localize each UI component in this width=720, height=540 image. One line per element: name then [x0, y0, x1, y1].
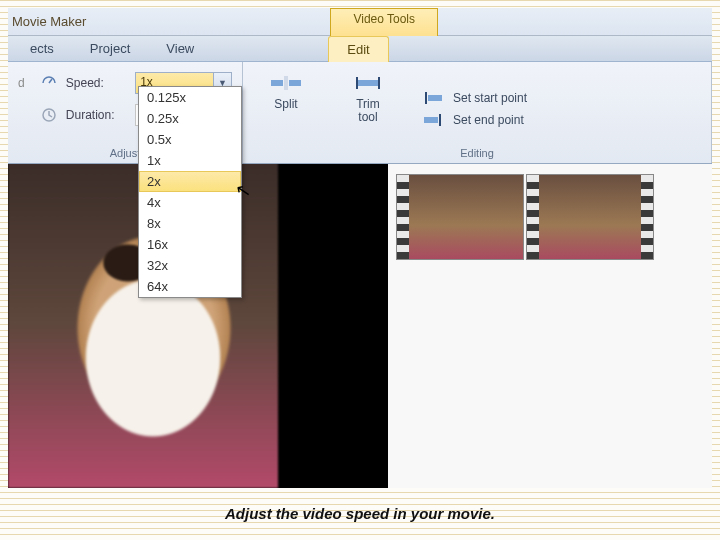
split-icon: [269, 72, 303, 94]
svg-rect-5: [428, 95, 442, 101]
group-editing: Split Trim tool Set start poi: [243, 62, 712, 163]
set-end-label: Set end point: [453, 113, 524, 127]
speed-option[interactable]: 8x: [139, 213, 241, 234]
speed-option[interactable]: 32x: [139, 255, 241, 276]
speed-option[interactable]: 16x: [139, 234, 241, 255]
svg-rect-3: [284, 76, 288, 90]
speed-option[interactable]: 0.5x: [139, 129, 241, 150]
speed-dropdown-list[interactable]: 0.125x0.25x0.5x1x2x4x8x16x32x64x: [138, 86, 242, 298]
set-end-button[interactable]: Set end point: [421, 113, 535, 127]
tab-view[interactable]: View: [148, 36, 212, 61]
trim-label: Trim tool: [356, 98, 380, 124]
timeline[interactable]: [388, 164, 712, 488]
app-screenshot: Movie Maker Video Tools ects Project Vie…: [8, 8, 712, 488]
tab-edit[interactable]: Edit: [328, 36, 388, 62]
split-label: Split: [274, 98, 297, 111]
tab-truncated[interactable]: ects: [12, 36, 72, 61]
speed-option[interactable]: 0.25x: [139, 108, 241, 129]
duration-icon: [40, 106, 58, 124]
title-bar: Movie Maker Video Tools: [8, 8, 712, 36]
timeline-clip[interactable]: [526, 174, 654, 260]
group-adjust: d Speed: 1x ▼: [8, 62, 243, 163]
speed-option[interactable]: 0.125x: [139, 87, 241, 108]
group-label-editing: Editing: [253, 147, 701, 161]
speed-option[interactable]: 2x: [139, 171, 241, 192]
context-tab-video-tools[interactable]: Video Tools: [330, 8, 438, 36]
set-end-icon: [421, 113, 445, 127]
speed-option[interactable]: 64x: [139, 276, 241, 297]
ribbon-tabs: ects Project View Edit: [8, 36, 712, 62]
set-start-icon: [421, 91, 445, 105]
app-title: Movie Maker: [12, 14, 86, 29]
trim-icon: [351, 72, 385, 94]
svg-rect-1: [271, 80, 283, 86]
speed-option[interactable]: 4x: [139, 192, 241, 213]
set-start-button[interactable]: Set start point: [421, 91, 535, 105]
speed-option[interactable]: 1x: [139, 150, 241, 171]
svg-rect-4: [357, 80, 379, 86]
split-button[interactable]: Split: [257, 72, 315, 142]
slide-caption: Adjust the video speed in your movie.: [0, 494, 720, 532]
speed-icon: [40, 74, 58, 92]
svg-rect-6: [424, 117, 438, 123]
ribbon: d Speed: 1x ▼: [8, 62, 712, 164]
duration-label: Duration:: [66, 108, 127, 122]
svg-rect-2: [289, 80, 301, 86]
trim-button[interactable]: Trim tool: [339, 72, 397, 142]
speed-label: Speed:: [66, 76, 127, 90]
truncated-col: d: [18, 76, 32, 90]
tab-project[interactable]: Project: [72, 36, 148, 61]
set-start-label: Set start point: [453, 91, 527, 105]
timeline-clip[interactable]: [396, 174, 524, 260]
